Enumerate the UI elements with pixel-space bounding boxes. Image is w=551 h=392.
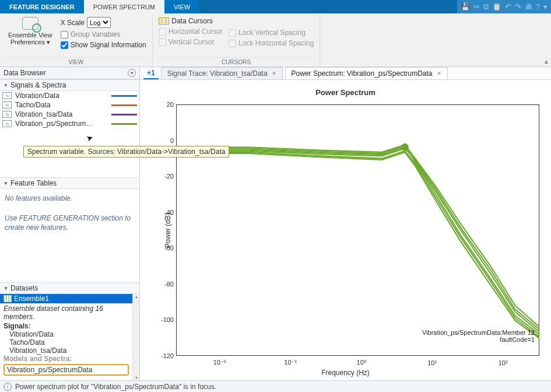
plot-annot-1: Vibration_ps/SpectrumData:Member 12 <box>422 329 535 336</box>
status-bar: i Power spectrum plot for "Vibration_ps/… <box>0 380 551 392</box>
copy-icon[interactable]: ⧉ <box>483 2 489 12</box>
paste-icon[interactable]: 📋 <box>492 2 501 11</box>
horizontal-cursor-checkbox[interactable]: Horizontal Cursor <box>159 27 223 36</box>
signal-color-swatch <box>111 104 137 106</box>
signal-row-1[interactable]: ∿Tacho/Data <box>0 100 139 110</box>
lock-horizontal-checkbox[interactable]: Lock Horizontal Spacing <box>229 39 314 47</box>
tab-feature-designer[interactable]: FEATURE DESIGNER <box>0 0 84 13</box>
signal-row-0[interactable]: ∿Vibration/Data <box>0 91 139 100</box>
ensemble-view-preferences-button[interactable]: Ensemble ViewPreferences ▾ <box>6 16 55 56</box>
dataset-name: Ensemble1 <box>14 295 49 303</box>
dataset-desc: Ensemble dataset containing 16 members. <box>0 303 132 322</box>
doctab-power-spectrum[interactable]: Power Spectrum: Vibration_ps/SpectrumDat… <box>285 67 448 79</box>
xtick: 10⁻² <box>213 359 226 366</box>
signal-color-swatch <box>111 95 137 97</box>
save-icon[interactable]: 💾 <box>461 2 470 11</box>
dataset-signal-1: Tacho/Data <box>0 338 132 346</box>
ribbon-group-cursors-title: CURSORS <box>159 57 314 65</box>
redo-icon[interactable]: ↷ <box>515 2 521 11</box>
lock-h-label: Lock Horizontal Spacing <box>238 39 314 47</box>
data-browser-panel: Data Browser ▾ Signals & Spectra ∿Vibrat… <box>0 67 140 380</box>
doctab-power-spectrum-label: Power Spectrum: Vibration_ps/SpectrumDat… <box>292 69 433 78</box>
close-icon[interactable]: × <box>272 69 276 78</box>
data-browser-options-icon[interactable]: ▾ <box>128 69 136 77</box>
signals-spectra-header[interactable]: Signals & Spectra <box>0 79 139 91</box>
ribbon-group-cursors: 2.5 Data Cursors Horizontal Cursor Verti… <box>153 13 321 66</box>
content: Data Browser ▾ Signals & Spectra ∿Vibrat… <box>0 67 551 380</box>
signal-name: Vibration_tsa/Data <box>15 110 108 118</box>
ytick: -40 <box>156 209 174 216</box>
signals-list: ∿Vibration/Data∿Tacho/Data∿Vibration_tsa… <box>0 91 139 177</box>
plot-lines <box>176 104 539 356</box>
plot-annot-2: faultCode=1 <box>422 336 535 343</box>
datasets-label: Datasets <box>10 284 38 292</box>
plot-area[interactable]: Power Spectrum Power (dB) Frequency (Hz)… <box>140 80 551 380</box>
ribbon-collapse-icon[interactable]: ▴ <box>542 13 551 66</box>
main-area: +1 Signal Trace: Vibration_tsa/Data× Pow… <box>140 67 551 380</box>
signal-color-swatch <box>111 123 137 125</box>
data-cursors-label: Data Cursors <box>171 17 213 25</box>
xscale-select[interactable]: Log <box>87 17 111 28</box>
vertical-cursor-checkbox[interactable]: Vertical Cursor <box>159 38 223 46</box>
doctab-signal-trace[interactable]: Signal Trace: Vibration_tsa/Data× <box>161 67 283 79</box>
tab-power-spectrum[interactable]: POWER SPECTRUM <box>84 0 164 13</box>
dataset-row-selected[interactable]: Ensemble1 <box>0 294 132 303</box>
quick-access-toolbar: 💾 ✂ ⧉ 📋 ↶ ↷ 🖶 ? ▾ <box>457 0 551 13</box>
data-cursors-button[interactable]: 2.5 Data Cursors <box>159 17 223 25</box>
tooltip: Spectrum variable. Sources: Vibration/Da… <box>23 146 229 158</box>
add-plot-button[interactable]: +1 <box>143 68 159 79</box>
plot-xlabel: Frequency (Hz) <box>321 369 370 377</box>
data-browser-header: Data Browser ▾ <box>0 67 139 79</box>
ytick: -60 <box>156 244 174 251</box>
doctab-signal-trace-label: Signal Trace: Vibration_tsa/Data <box>167 69 268 78</box>
print-icon[interactable]: 🖶 <box>525 2 532 11</box>
xtick: 10¹ <box>427 359 437 366</box>
undo-icon[interactable]: ↶ <box>505 2 511 11</box>
feature-tables-label: Feature Tables <box>10 179 57 187</box>
ytick: -120 <box>156 352 174 359</box>
plot-annotation: Vibration_ps/SpectrumData:Member 12 faul… <box>422 329 535 343</box>
menu-icon[interactable]: ▾ <box>543 2 548 11</box>
xscale-row: X Scale Log <box>61 17 146 28</box>
v-cursor-label: Vertical Cursor <box>169 38 215 46</box>
datasets-scrollbar[interactable]: ▴▾ <box>132 294 139 380</box>
group-variables-checkbox[interactable]: Group Variables <box>61 30 146 38</box>
dataset-signal-0: Vibration/Data <box>0 330 132 338</box>
features-empty-2: Use FEATURE GENERATION section to create… <box>5 214 135 233</box>
feature-tables-header[interactable]: Feature Tables <box>0 177 139 189</box>
document-tabstrip: +1 Signal Trace: Vibration_tsa/Data× Pow… <box>140 67 551 80</box>
dataset-signal-2: Vibration_tsa/Data <box>0 346 132 355</box>
xtick: 10² <box>499 359 508 366</box>
signal-row-3[interactable]: ∿Vibration_ps/Spectrum… <box>0 119 139 128</box>
close-icon[interactable]: × <box>437 69 441 78</box>
signals-spectra-label: Signals & Spectra <box>10 81 66 89</box>
show-sig-label: Show Signal Information <box>71 41 146 49</box>
data-browser-title: Data Browser <box>3 69 125 77</box>
plot-ylabel: Power (dB) <box>164 212 172 247</box>
signal-icon: ∿ <box>2 102 12 108</box>
cut-icon[interactable]: ✂ <box>473 2 480 11</box>
plot-title: Power Spectrum <box>140 80 551 100</box>
ytick: -80 <box>156 281 174 288</box>
signal-row-2[interactable]: ∿Vibration_tsa/Data <box>0 110 139 119</box>
signal-name: Tacho/Data <box>15 101 108 109</box>
ensemble-icon <box>22 17 38 30</box>
ribbon-group-view: Ensemble ViewPreferences ▾ X Scale Log G… <box>0 13 153 66</box>
help-icon[interactable]: ? <box>536 2 540 11</box>
lock-v-label: Lock Vertical Spacing <box>238 29 306 37</box>
features-empty-1: No features available. <box>5 194 135 204</box>
tab-view[interactable]: VIEW <box>164 0 199 13</box>
app-tabstrip: FEATURE DESIGNER POWER SPECTRUM VIEW 💾 ✂… <box>0 0 551 13</box>
status-text: Power spectrum plot for "Vibration_ps/Sp… <box>15 383 216 391</box>
dataset-models-hdr: Models and Spectra: <box>0 355 132 363</box>
ytick: -100 <box>156 316 174 323</box>
xtick: 10⁻¹ <box>284 359 297 366</box>
signal-icon: ∿ <box>2 120 12 127</box>
signal-name: Vibration_ps/Spectrum… <box>15 120 108 128</box>
show-signal-info-checkbox[interactable]: Show Signal Information <box>61 41 146 49</box>
lock-vertical-checkbox[interactable]: Lock Vertical Spacing <box>229 29 314 37</box>
h-cursor-label: Horizontal Cursor <box>169 27 223 36</box>
datasets-header[interactable]: Datasets <box>0 282 139 294</box>
xtick: 10⁰ <box>357 359 366 366</box>
signal-icon: ∿ <box>2 92 12 99</box>
